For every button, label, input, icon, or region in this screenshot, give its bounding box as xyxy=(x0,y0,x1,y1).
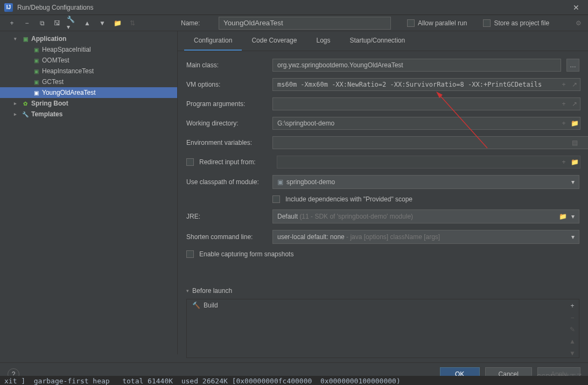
copy-icon[interactable]: ⧉ xyxy=(37,18,47,29)
application-icon: ▣ xyxy=(22,35,29,43)
down-icon[interactable]: ▼ xyxy=(97,18,108,29)
up-icon[interactable]: ▲ xyxy=(82,18,93,29)
env-vars-label: Environment variables: xyxy=(186,139,267,146)
before-launch-list: 🔨 Build + − ✎ ▲ ▼ xyxy=(186,299,579,358)
folder-icon[interactable]: 📁 xyxy=(570,120,579,127)
run-config-icon: ▣ xyxy=(32,67,40,75)
module-icon: ▣ xyxy=(277,178,283,186)
tab-startup[interactable]: Startup/Connection xyxy=(340,31,415,51)
browse-class-button[interactable]: … xyxy=(566,59,579,72)
tree-node-springboot[interactable]: ▸ ✿ Spring Boot xyxy=(0,98,177,109)
collapse-arrow-icon: ▸ xyxy=(14,101,19,106)
save-icon[interactable]: 🖫 xyxy=(52,18,62,29)
include-deps-checkbox[interactable] xyxy=(272,195,280,203)
collapse-arrow-icon: ▸ xyxy=(14,111,19,117)
toolbar: + − ⧉ 🖫 🔧▾ ▲ ▼ 📁 ⇅ Name: Allow parallel … xyxy=(0,15,588,31)
run-config-icon: ▣ xyxy=(32,57,40,64)
tree-node-application[interactable]: ▾ ▣ Application xyxy=(0,33,177,44)
folder-icon[interactable]: 📁 xyxy=(570,158,579,166)
console-output-fragment: xit ] garbage-first heap total 61440K us… xyxy=(0,376,588,385)
tab-configuration[interactable]: Configuration xyxy=(184,31,242,51)
list-icon[interactable]: ▤ xyxy=(570,139,579,146)
insert-icon[interactable]: + xyxy=(559,100,569,108)
snapshots-label: Enable capturing form snapshots xyxy=(199,250,293,258)
folder-icon[interactable]: 📁 xyxy=(559,213,567,220)
insert-icon[interactable]: + xyxy=(559,158,569,166)
config-panel: Configuration Code Coverage Logs Startup… xyxy=(178,31,588,354)
classpath-dropdown[interactable]: ▣springboot-demo ▾ xyxy=(272,175,579,189)
tab-coverage[interactable]: Code Coverage xyxy=(242,31,306,51)
redirect-input-checkbox[interactable] xyxy=(186,158,194,166)
expand-arrow-icon: ▾ xyxy=(14,36,19,41)
name-input[interactable] xyxy=(219,17,391,30)
run-config-icon: ▣ xyxy=(32,89,40,96)
add-task-button[interactable]: + xyxy=(568,302,577,310)
move-down-button[interactable]: ▼ xyxy=(568,349,577,358)
remove-task-button[interactable]: − xyxy=(568,313,577,322)
working-dir-label: Working directory: xyxy=(186,120,267,127)
titlebar: IJ Run/Debug Configurations ✕ xyxy=(0,0,588,15)
tree-leaf-heapinstancetest[interactable]: ▣ HeapInstanceTest xyxy=(0,66,177,76)
before-launch-title: Before launch xyxy=(192,287,232,295)
config-tree: ▾ ▣ Application ▣ HeapSpaceInitial ▣ OOM… xyxy=(0,31,178,354)
gear-icon[interactable]: ⚙ xyxy=(576,19,582,27)
program-args-input[interactable] xyxy=(272,97,580,110)
sort-icon[interactable]: ⇅ xyxy=(127,18,138,29)
wrench-icon: 🔧 xyxy=(22,110,29,118)
tab-logs[interactable]: Logs xyxy=(306,31,340,51)
snapshots-checkbox[interactable] xyxy=(186,250,194,258)
launch-item-build[interactable]: 🔨 Build xyxy=(187,299,579,311)
shorten-dropdown[interactable]: user-local default: none - java [options… xyxy=(272,230,579,244)
expand-icon[interactable]: ↗ xyxy=(570,100,579,108)
close-button[interactable]: ✕ xyxy=(569,0,584,15)
collapse-arrow-icon[interactable]: ▾ xyxy=(186,288,189,293)
tree-leaf-oomtest[interactable]: ▣ OOMTest xyxy=(0,55,177,66)
window-title: Run/Debug Configurations xyxy=(17,4,93,11)
env-vars-input[interactable] xyxy=(272,136,588,149)
name-label: Name: xyxy=(181,19,213,27)
vm-options-label: VM options: xyxy=(186,81,267,88)
folder-icon[interactable]: 📁 xyxy=(112,18,123,29)
move-up-button[interactable]: ▲ xyxy=(568,337,577,346)
jre-label: JRE: xyxy=(186,213,267,220)
jre-dropdown[interactable]: Default (11 - SDK of 'springboot-demo' m… xyxy=(272,209,579,223)
add-icon[interactable]: + xyxy=(6,18,17,29)
tree-leaf-heapspaceinitial[interactable]: ▣ HeapSpaceInitial xyxy=(0,44,177,55)
redirect-input-label: Redirect input from: xyxy=(199,158,271,166)
classpath-label: Use classpath of module: xyxy=(186,178,267,186)
spring-icon: ✿ xyxy=(22,100,29,107)
run-config-icon: ▣ xyxy=(32,78,40,86)
chevron-down-icon: ▾ xyxy=(571,213,575,220)
store-project-label: Store as project file xyxy=(494,19,549,27)
tree-leaf-gctest[interactable]: ▣ GCTest xyxy=(0,76,177,87)
edit-task-button[interactable]: ✎ xyxy=(568,325,577,334)
store-project-checkbox[interactable] xyxy=(483,19,491,27)
include-deps-label: Include dependencies with "Provided" sco… xyxy=(285,195,412,203)
remove-icon[interactable]: − xyxy=(22,18,32,29)
wrench-icon[interactable]: 🔧▾ xyxy=(67,18,78,29)
tree-leaf-youngoldareatest[interactable]: ▣ YoungOldAreaTest xyxy=(0,87,177,98)
main-class-label: Main class: xyxy=(186,61,267,69)
working-dir-input[interactable] xyxy=(272,117,580,130)
shorten-label: Shorten command line: xyxy=(186,233,267,241)
chevron-down-icon: ▾ xyxy=(571,178,575,186)
vm-options-input[interactable] xyxy=(272,78,580,91)
main-class-input[interactable] xyxy=(272,59,561,72)
insert-icon[interactable]: + xyxy=(559,120,569,127)
allow-parallel-checkbox[interactable] xyxy=(407,19,415,27)
tree-node-templates[interactable]: ▸ 🔧 Templates xyxy=(0,109,177,120)
config-tabs: Configuration Code Coverage Logs Startup… xyxy=(178,31,588,51)
allow-parallel-label: Allow parallel run xyxy=(418,19,467,27)
run-config-icon: ▣ xyxy=(32,46,40,53)
expand-icon[interactable]: ↗ xyxy=(570,81,579,88)
redirect-input-field[interactable] xyxy=(277,156,580,169)
chevron-down-icon: ▾ xyxy=(571,233,575,241)
hammer-icon: 🔨 xyxy=(192,302,200,309)
program-args-label: Program arguments: xyxy=(186,100,267,108)
app-icon: IJ xyxy=(4,3,13,12)
insert-icon[interactable]: + xyxy=(559,81,569,88)
